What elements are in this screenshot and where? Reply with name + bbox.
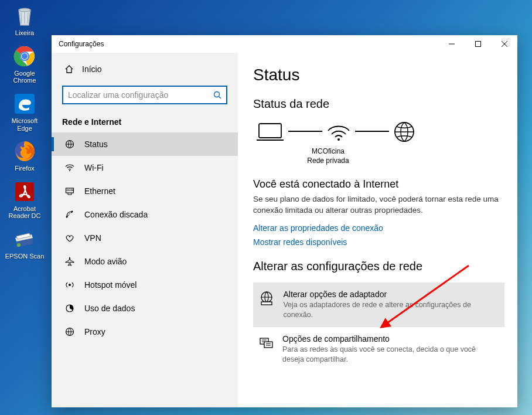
sidebar-item-wifi[interactable]: Wi-Fi — [52, 156, 238, 179]
desktop-icon-label: Microsoft Edge — [4, 117, 46, 132]
data-usage-icon — [64, 304, 75, 313]
connected-heading: Você está conectado à Internet — [253, 178, 504, 191]
sidebar-item-ethernet[interactable]: Ethernet — [52, 179, 238, 203]
close-button[interactable] — [491, 35, 517, 53]
sidebar-group-title: Rede e Internet — [62, 115, 227, 129]
option-adapter-settings[interactable]: Alterar opções de adaptador Veja os adap… — [253, 283, 504, 327]
sidebar-item-label: Ethernet — [84, 186, 115, 196]
home-link[interactable]: Início — [62, 59, 227, 80]
proxy-icon — [64, 327, 75, 336]
sidebar-item-label: VPN — [84, 233, 101, 243]
maximize-button[interactable] — [465, 35, 491, 53]
search-input-wrapper[interactable] — [62, 86, 227, 104]
desktop-icon-firefox[interactable]: Firefox — [4, 139, 46, 172]
desktop-icon-recyclebin[interactable]: Lixeira — [4, 4, 46, 37]
svg-rect-30 — [264, 342, 272, 348]
svg-point-25 — [337, 138, 340, 141]
acrobat-icon — [12, 179, 37, 204]
sidebar-item-dialup[interactable]: Conexão discada — [52, 203, 238, 226]
adapter-icon — [259, 290, 275, 306]
window-title: Configurações — [59, 40, 104, 48]
sidebar-item-label: Uso de dados — [84, 304, 135, 313]
desktop-icon-acrobat[interactable]: Acrobat Reader DC — [4, 179, 46, 220]
recycle-bin-icon — [12, 4, 37, 28]
svg-point-19 — [71, 211, 73, 213]
sidebar-item-datausage[interactable]: Uso de dados — [52, 297, 238, 320]
option-description: Veja os adaptadores de rede e altere as … — [283, 300, 499, 320]
link-show-networks[interactable]: Mostrar redes disponíveis — [253, 237, 504, 247]
window-controls — [438, 35, 517, 53]
desktop-icon-label: EPSON Scan — [4, 253, 46, 260]
svg-rect-10 — [475, 42, 480, 47]
settings-window: Configurações Início Rede e Internet — [52, 35, 517, 407]
svg-point-13 — [214, 92, 220, 97]
desktop-icon-label: Acrobat Reader DC — [4, 205, 46, 220]
sharing-icon — [259, 334, 274, 351]
sidebar-item-airplane[interactable]: Modo avião — [52, 250, 238, 273]
option-description: Para as redes às quais você se conecta, … — [282, 345, 499, 365]
network-caption: MCOficina Rede privada — [253, 147, 403, 165]
device-icon — [255, 120, 285, 144]
page-title: Status — [253, 66, 504, 84]
desktop-icon-edge[interactable]: Microsoft Edge — [4, 91, 46, 132]
main-content: Status Status da rede MCOficina Rede pri… — [238, 53, 517, 407]
svg-point-16 — [69, 170, 70, 171]
section-heading-network-status: Status da rede — [253, 97, 504, 111]
network-name: MCOficina — [253, 147, 403, 157]
network-type: Rede privada — [253, 157, 403, 166]
sidebar-item-vpn[interactable]: VPN — [52, 226, 238, 250]
sidebar-item-label: Wi-Fi — [84, 163, 104, 172]
desktop-icon-epson[interactable]: EPSON Scan — [4, 227, 46, 260]
sidebar-item-label: Conexão discada — [84, 210, 148, 219]
option-sharing-settings[interactable]: Opções de compartilhamento Para as redes… — [253, 327, 504, 372]
search-input[interactable] — [68, 90, 213, 100]
desktop-icon-label: Lixeira — [4, 29, 46, 37]
firefox-icon — [12, 139, 37, 164]
sidebar-item-label: Modo avião — [84, 257, 127, 266]
home-label: Início — [82, 64, 101, 74]
wifi-icon — [64, 163, 75, 172]
desktop-icon-chrome[interactable]: Google Chrome — [4, 44, 46, 84]
desktop-icons: Lixeira Google Chrome Microsoft Edge Fir… — [4, 4, 46, 260]
sidebar-item-label: Hotspot móvel — [84, 280, 137, 290]
option-title: Alterar opções de adaptador — [283, 290, 499, 299]
sidebar-item-label: Proxy — [84, 327, 105, 336]
globe-icon — [393, 120, 416, 144]
search-icon — [213, 91, 221, 99]
svg-point-20 — [69, 284, 71, 286]
sidebar-item-status[interactable]: Status — [52, 132, 238, 156]
sidebar-item-proxy[interactable]: Proxy — [52, 320, 238, 343]
ethernet-icon — [64, 186, 75, 196]
dialup-icon — [64, 210, 75, 219]
svg-line-14 — [219, 97, 221, 99]
svg-rect-23 — [259, 124, 281, 138]
vpn-icon — [64, 233, 75, 243]
airplane-icon — [64, 257, 75, 266]
sidebar-item-hotspot[interactable]: Hotspot móvel — [52, 273, 238, 297]
chrome-icon — [12, 44, 37, 69]
scanner-icon — [12, 227, 37, 251]
sidebar-item-label: Status — [84, 140, 108, 149]
edge-icon — [12, 91, 37, 116]
link-connection-properties[interactable]: Alterar as propriedades de conexão — [253, 223, 504, 233]
home-icon — [64, 64, 74, 74]
svg-point-8 — [17, 243, 21, 247]
section-heading-change-settings: Alterar as configurações de rede — [253, 260, 504, 273]
option-title: Opções de compartilhamento — [282, 334, 499, 343]
wifi-network-icon — [326, 120, 352, 144]
sidebar: Início Rede e Internet Status Wi-Fi — [52, 53, 238, 407]
svg-point-0 — [19, 8, 30, 12]
hotspot-icon — [64, 280, 75, 290]
svg-rect-28 — [261, 302, 272, 305]
sidebar-nav: Status Wi-Fi Ethernet Conexão discada — [52, 132, 238, 343]
connected-description: Se seu plano de dados for limitado, você… — [253, 194, 504, 216]
minimize-button[interactable] — [438, 35, 465, 53]
titlebar: Configurações — [52, 35, 517, 53]
network-diagram — [253, 120, 504, 144]
desktop-icon-label: Firefox — [4, 165, 46, 172]
svg-point-4 — [22, 53, 28, 59]
svg-point-18 — [66, 216, 68, 218]
desktop-icon-label: Google Chrome — [4, 70, 46, 84]
status-icon — [64, 140, 75, 149]
